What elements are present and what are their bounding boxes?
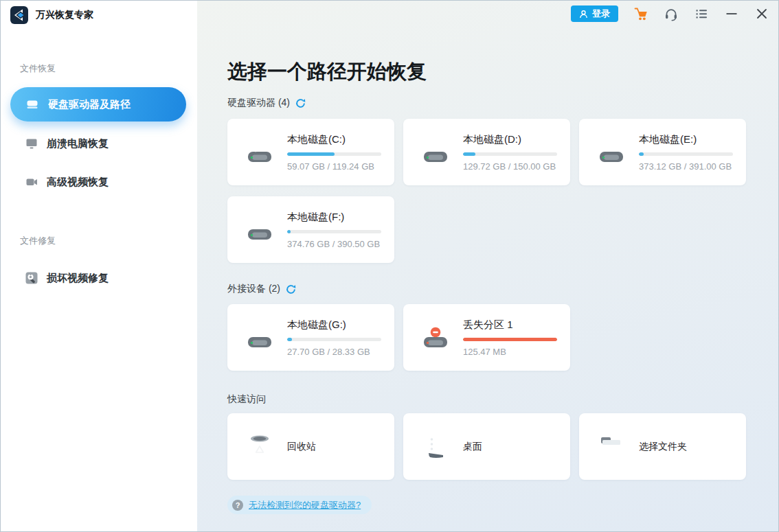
- drive-name: 本地磁盘(E:): [639, 133, 733, 146]
- external-section-header: 外接设备 (2): [227, 283, 296, 295]
- menu-list-icon[interactable]: [694, 6, 709, 21]
- capacity-bar: [287, 152, 381, 156]
- hdd-section-header: 硬盘驱动器 (4): [227, 97, 306, 109]
- hdd-section-label: 硬盘驱动器 (4): [227, 97, 290, 109]
- capacity-bar-fill: [287, 338, 292, 341]
- usb-drive-icon: [244, 323, 275, 353]
- sidebar-section-file-repair: 文件修复: [20, 235, 56, 247]
- sidebar-section-file-recovery: 文件恢复: [20, 62, 56, 75]
- folder-icon: [596, 431, 627, 463]
- hard-drive-icon: [420, 137, 451, 167]
- quick-label: 桌面: [463, 441, 482, 452]
- capacity-bar: [287, 338, 381, 341]
- wrench-icon: [25, 272, 38, 284]
- sidebar-item-label: 损坏视频修复: [47, 272, 109, 285]
- drive-capacity: 59.07 GB / 119.24 GB: [287, 161, 381, 172]
- drive-card-f[interactable]: 本地磁盘(F:) 374.76 GB / 390.50 GB: [227, 196, 394, 263]
- capacity-bar: [287, 230, 381, 233]
- video-camera-icon: [25, 176, 38, 188]
- select-folder-card[interactable]: 选择文件夹: [579, 413, 746, 480]
- external-row: 本地磁盘(G:) 27.70 GB / 28.33 GB 丢失分区 1 125.…: [227, 304, 570, 371]
- main-area: 登录: [197, 1, 778, 531]
- sidebar: 万兴恢复专家 文件恢复 硬盘驱动器及路径 崩溃电脑恢复 高级视频恢复 文件修: [1, 1, 197, 531]
- refresh-icon[interactable]: [295, 98, 306, 108]
- capacity-bar-fill: [287, 152, 335, 156]
- drive-capacity: 27.70 GB / 28.33 GB: [287, 347, 381, 357]
- app-logo-icon: [10, 6, 28, 24]
- drive-name: 丢失分区 1: [463, 319, 557, 332]
- sidebar-item-crashed-pc-recovery[interactable]: 崩溃电脑恢复: [10, 128, 186, 159]
- drive-capacity: 125.47 MB: [463, 347, 557, 357]
- hard-drive-icon: [596, 137, 627, 167]
- drive-info: 本地磁盘(F:) 374.76 GB / 390.50 GB: [287, 211, 394, 249]
- drive-info: 本地磁盘(C:) 59.07 GB / 119.24 GB: [287, 133, 394, 172]
- sidebar-item-label: 高级视频恢复: [47, 176, 109, 189]
- drive-icon: [25, 97, 39, 111]
- quick-access-section-label: 快速访问: [227, 393, 266, 406]
- help-pill[interactable]: ? 无法检测到您的硬盘驱动器?: [227, 496, 372, 514]
- app-logo-row: 万兴恢复专家: [10, 6, 93, 24]
- quick-info: 回收站: [287, 440, 394, 453]
- capacity-bar: [463, 152, 557, 156]
- hard-drive-windows-icon: [244, 137, 275, 167]
- external-section-label: 外接设备 (2): [227, 283, 280, 295]
- monitor-icon: [25, 137, 38, 150]
- support-headset-icon[interactable]: [664, 6, 679, 21]
- desktop-icon: [420, 431, 451, 463]
- user-icon: [579, 10, 588, 19]
- sidebar-item-corrupted-video-repair[interactable]: 损坏视频修复: [10, 263, 186, 293]
- app-window: 万兴恢复专家 文件恢复 硬盘驱动器及路径 崩溃电脑恢复 高级视频恢复 文件修: [0, 0, 779, 532]
- drive-card-g[interactable]: 本地磁盘(G:) 27.70 GB / 28.33 GB: [227, 304, 394, 371]
- quick-access-section-header: 快速访问: [227, 393, 266, 406]
- question-mark-icon: ?: [232, 500, 243, 511]
- drive-capacity: 374.76 GB / 390.50 GB: [287, 239, 381, 249]
- sidebar-item-hdd-and-paths[interactable]: 硬盘驱动器及路径: [10, 87, 186, 122]
- sidebar-item-label: 硬盘驱动器及路径: [48, 98, 131, 111]
- login-button[interactable]: 登录: [571, 5, 618, 22]
- hdd-row-2: 本地磁盘(F:) 374.76 GB / 390.50 GB: [227, 196, 394, 263]
- drive-info: 丢失分区 1 125.47 MB: [463, 319, 570, 357]
- drive-card-c[interactable]: 本地磁盘(C:) 59.07 GB / 119.24 GB: [227, 119, 394, 185]
- titlebar-controls: 登录: [571, 5, 769, 22]
- close-icon[interactable]: [754, 6, 769, 21]
- refresh-icon[interactable]: [286, 284, 296, 294]
- drive-name: 本地磁盘(D:): [463, 133, 557, 146]
- quick-label: 回收站: [287, 441, 316, 452]
- drive-info: 本地磁盘(G:) 27.70 GB / 28.33 GB: [287, 319, 394, 357]
- app-title: 万兴恢复专家: [36, 9, 93, 21]
- desktop-card[interactable]: 桌面: [403, 413, 570, 480]
- hdd-row-1: 本地磁盘(C:) 59.07 GB / 119.24 GB 本地磁盘(D:) 1…: [227, 119, 746, 185]
- shopping-cart-icon[interactable]: [633, 6, 648, 21]
- capacity-bar-fill: [639, 152, 644, 156]
- capacity-bar-fill: [287, 230, 291, 233]
- drive-name: 本地磁盘(C:): [287, 133, 381, 146]
- help-link[interactable]: 无法检测到您的硬盘驱动器?: [249, 499, 361, 511]
- drive-info: 本地磁盘(D:) 129.72 GB / 150.00 GB: [463, 133, 570, 172]
- recycle-bin-icon: [244, 431, 275, 463]
- drive-card-e[interactable]: 本地磁盘(E:) 373.12 GB / 391.00 GB: [579, 119, 746, 185]
- capacity-bar: [639, 152, 733, 156]
- drive-name: 本地磁盘(G:): [287, 319, 381, 332]
- sidebar-item-advanced-video-recovery[interactable]: 高级视频恢复: [10, 167, 186, 197]
- drive-card-d[interactable]: 本地磁盘(D:) 129.72 GB / 150.00 GB: [403, 119, 570, 185]
- drive-capacity: 129.72 GB / 150.00 GB: [463, 161, 557, 172]
- capacity-bar-fill: [463, 152, 475, 156]
- sidebar-item-label: 崩溃电脑恢复: [47, 137, 109, 150]
- login-label: 登录: [592, 8, 610, 20]
- recycle-bin-card[interactable]: 回收站: [227, 413, 394, 480]
- capacity-bar: [463, 338, 557, 341]
- quick-info: 选择文件夹: [639, 440, 746, 453]
- minimize-icon[interactable]: [724, 6, 739, 21]
- lost-partition-drive-icon: [420, 323, 451, 353]
- quick-label: 选择文件夹: [639, 441, 687, 452]
- drive-capacity: 373.12 GB / 391.00 GB: [639, 161, 733, 172]
- drive-name: 本地磁盘(F:): [287, 211, 381, 224]
- page-title: 选择一个路径开始恢复: [227, 58, 427, 86]
- drive-info: 本地磁盘(E:) 373.12 GB / 391.00 GB: [639, 133, 746, 172]
- capacity-bar-fill: [463, 338, 557, 341]
- hard-drive-icon: [244, 215, 275, 245]
- quick-access-row: 回收站 桌面 选择文件夹: [227, 413, 746, 480]
- lost-partition-card[interactable]: 丢失分区 1 125.47 MB: [403, 304, 570, 371]
- quick-info: 桌面: [463, 440, 570, 453]
